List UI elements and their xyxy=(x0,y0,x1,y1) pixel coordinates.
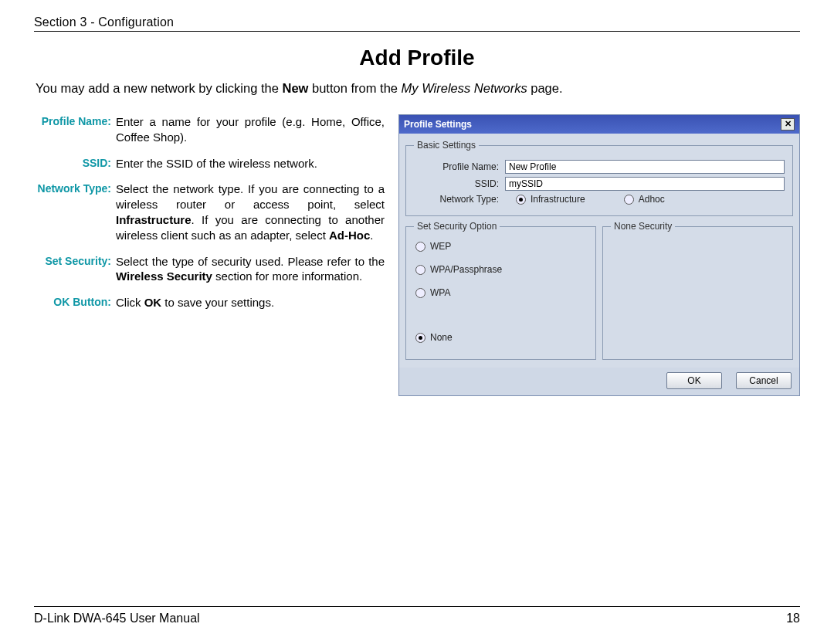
def-desc: Enter a name for your profile (e.g. Home… xyxy=(116,114,385,145)
radio-dot-icon xyxy=(516,195,526,205)
basic-settings-fieldset: Basic Settings Profile Name: SSID: Netwo… xyxy=(405,140,793,216)
intro-post: page. xyxy=(527,81,563,95)
profile-settings-dialog: Profile Settings ✕ Basic Settings Profil… xyxy=(398,114,800,396)
radio-dot-icon xyxy=(624,195,634,205)
radio-security-option[interactable]: WEP xyxy=(415,241,586,252)
network-type-label: Network Type: xyxy=(414,194,505,205)
page-footer: D-Link DWA-645 User Manual 18 xyxy=(34,606,800,625)
ssid-label: SSID: xyxy=(414,178,505,189)
section-header: Section 3 - Configuration xyxy=(34,15,800,32)
intro-paragraph: You may add a new network by clicking th… xyxy=(36,81,800,96)
profile-name-input[interactable] xyxy=(505,160,785,174)
radio-security-option[interactable]: WPA xyxy=(415,287,586,298)
radio-adhoc[interactable]: Adhoc xyxy=(624,194,665,205)
def-desc: Select the type of security used. Please… xyxy=(116,254,385,285)
radio-security-option[interactable]: None xyxy=(415,332,586,343)
def-term: Network Type: xyxy=(34,181,116,242)
def-term: SSID: xyxy=(34,156,116,171)
def-term: Profile Name: xyxy=(34,114,116,145)
dialog-titlebar: Profile Settings ✕ xyxy=(399,115,799,134)
ok-button[interactable]: OK xyxy=(666,372,722,389)
def-desc: Select the network type. If you are conn… xyxy=(116,181,385,242)
page-title: Add Profile xyxy=(34,46,800,70)
definitions-column: Profile Name:Enter a name for your profi… xyxy=(34,114,385,321)
ssid-input[interactable] xyxy=(505,177,785,191)
security-option-fieldset: Set Security Option WEPWPA/PassphraseWPA… xyxy=(405,221,596,360)
footer-left: D-Link DWA-645 User Manual xyxy=(34,612,200,625)
radio-infrastructure[interactable]: Infrastructure xyxy=(516,194,585,205)
def-desc: Enter the SSID of the wireless network. xyxy=(116,156,385,171)
basic-settings-legend: Basic Settings xyxy=(414,140,479,151)
def-term: Set Security: xyxy=(34,254,116,285)
close-icon[interactable]: ✕ xyxy=(781,118,795,130)
def-desc: Click OK to save your settings. xyxy=(116,295,385,310)
def-term: OK Button: xyxy=(34,295,116,310)
radio-dot-icon xyxy=(415,288,425,298)
intro-pre: You may add a new network by clicking th… xyxy=(36,81,283,95)
intro-bold: New xyxy=(283,81,309,95)
none-security-legend: None Security xyxy=(611,221,675,232)
radio-dot-icon xyxy=(415,242,425,252)
profile-name-label: Profile Name: xyxy=(414,161,505,172)
radio-dot-icon xyxy=(415,265,425,275)
dialog-title-text: Profile Settings xyxy=(404,119,472,130)
intro-ital: My Wireless Networks xyxy=(402,81,527,95)
intro-mid: button from the xyxy=(308,81,401,95)
cancel-button[interactable]: Cancel xyxy=(736,372,792,389)
footer-right: 18 xyxy=(786,612,800,625)
radio-security-option[interactable]: WPA/Passphrase xyxy=(415,264,586,275)
none-security-fieldset: None Security xyxy=(602,221,793,360)
radio-dot-icon xyxy=(415,333,425,343)
security-legend: Set Security Option xyxy=(414,221,500,232)
